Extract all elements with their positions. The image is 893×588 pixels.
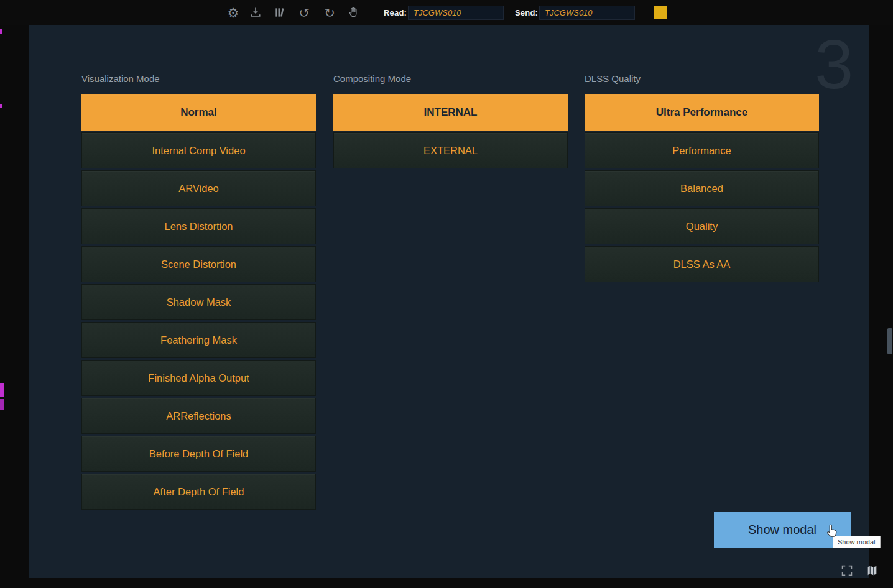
hand-cursor-icon xyxy=(825,523,841,541)
status-swatch xyxy=(654,6,667,19)
save-download-icon[interactable] xyxy=(248,0,264,25)
dlss-ultra-performance-button[interactable]: Ultra Performance xyxy=(585,94,819,131)
visualization-mode-column: Visualization Mode Normal Internal Comp … xyxy=(81,73,316,512)
settings-gear-icon[interactable]: ⚙ xyxy=(225,0,241,25)
refresh-icon[interactable]: ↻ xyxy=(322,0,338,25)
viz-before-depth-of-field-button[interactable]: Before Depth Of Field xyxy=(81,436,316,472)
viz-arreflections-button[interactable]: ARReflections xyxy=(81,398,316,434)
dlss-performance-button[interactable]: Performance xyxy=(585,132,819,168)
viz-shadow-mask-button[interactable]: Shadow Mask xyxy=(81,284,316,320)
edge-artifact xyxy=(0,399,4,410)
visualization-mode-label: Visualization Mode xyxy=(81,73,316,85)
comp-internal-button[interactable]: INTERNAL xyxy=(333,94,568,131)
page-number-watermark: 3 xyxy=(815,30,853,99)
viz-normal-button[interactable]: Normal xyxy=(81,94,316,131)
library-icon[interactable] xyxy=(272,0,288,25)
fullscreen-expand-icon[interactable] xyxy=(840,563,854,578)
map-icon[interactable] xyxy=(864,563,879,578)
viz-feathering-mask-button[interactable]: Feathering Mask xyxy=(81,322,316,358)
send-input[interactable] xyxy=(539,6,635,20)
viz-finished-alpha-output-button[interactable]: Finished Alpha Output xyxy=(81,360,316,396)
edge-artifact xyxy=(0,383,4,397)
comp-external-button[interactable]: EXTERNAL xyxy=(333,132,568,168)
dlss-quality-label: DLSS Quality xyxy=(585,73,819,85)
viz-scene-distortion-button[interactable]: Scene Distortion xyxy=(81,246,316,282)
dlss-quality-column: DLSS Quality Ultra Performance Performan… xyxy=(585,73,819,284)
viz-after-depth-of-field-button[interactable]: After Depth Of Field xyxy=(81,474,316,510)
edge-artifact xyxy=(0,104,2,108)
right-scrollbar-thumb[interactable] xyxy=(887,328,892,354)
viz-arvideo-button[interactable]: ARVideo xyxy=(81,170,316,206)
dlss-quality-button[interactable]: Quality xyxy=(585,208,819,244)
viz-internal-comp-video-button[interactable]: Internal Comp Video xyxy=(81,132,316,168)
viz-lens-distortion-button[interactable]: Lens Distortion xyxy=(81,208,316,244)
send-label: Send: xyxy=(515,0,538,25)
compositing-mode-column: Compositing Mode INTERNAL EXTERNAL xyxy=(333,73,568,170)
pan-hand-icon[interactable] xyxy=(346,0,362,25)
compositing-mode-label: Compositing Mode xyxy=(333,73,568,85)
dlss-as-aa-button[interactable]: DLSS As AA xyxy=(585,246,819,282)
edge-artifact xyxy=(0,29,2,34)
dlss-balanced-button[interactable]: Balanced xyxy=(585,170,819,206)
topbar: ⚙ ↺ ↻ Read: Send: xyxy=(0,0,893,25)
history-undo-icon[interactable]: ↺ xyxy=(296,0,312,25)
read-label: Read: xyxy=(384,0,407,25)
read-input[interactable] xyxy=(408,6,504,20)
